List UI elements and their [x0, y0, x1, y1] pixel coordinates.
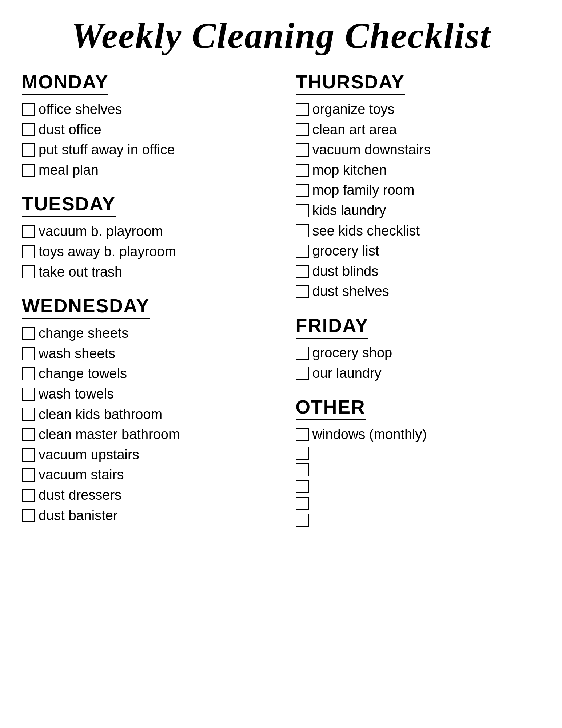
- page-title: Weekly Cleaning Checklist: [22, 15, 540, 56]
- checkbox[interactable]: [22, 245, 35, 258]
- checkbox[interactable]: [22, 143, 35, 157]
- checkbox[interactable]: [296, 184, 309, 197]
- item-label: change towels: [39, 365, 127, 382]
- checkbox[interactable]: [296, 224, 309, 237]
- checkbox[interactable]: [296, 285, 309, 298]
- checkbox[interactable]: [296, 514, 309, 527]
- item-label: dust banister: [39, 507, 118, 524]
- heading-monday: MONDAY: [22, 71, 108, 95]
- heading-thursday: THURSDAY: [296, 71, 405, 95]
- list-item: wash towels: [22, 386, 267, 403]
- list-item: vacuum b. playroom: [22, 223, 267, 240]
- checklist-wednesday: change sheetswash sheetschange towelswas…: [22, 325, 267, 524]
- section-other: OTHERwindows (monthly): [296, 396, 541, 527]
- list-item: dust shelves: [296, 283, 541, 300]
- checkbox[interactable]: [22, 225, 35, 238]
- item-label: windows (monthly): [312, 426, 427, 443]
- list-item: clean master bathroom: [22, 426, 267, 443]
- checklist-friday: grocery shopour laundry: [296, 345, 541, 381]
- item-label: change sheets: [39, 325, 128, 342]
- item-label: dust shelves: [312, 283, 389, 300]
- list-item: meal plan: [22, 162, 267, 179]
- item-label: organize toys: [312, 101, 395, 118]
- item-label: kids laundry: [312, 202, 386, 219]
- checkbox[interactable]: [22, 367, 35, 380]
- checkbox[interactable]: [22, 509, 35, 522]
- checkbox[interactable]: [22, 428, 35, 441]
- list-item: vacuum stairs: [22, 467, 267, 483]
- checkbox[interactable]: [22, 123, 35, 136]
- checkbox[interactable]: [22, 265, 35, 278]
- checkbox[interactable]: [296, 164, 309, 177]
- list-item: clean art area: [296, 122, 541, 138]
- list-item: [296, 480, 541, 493]
- section-tuesday: TUESDAYvacuum b. playroomtoys away b. pl…: [22, 193, 267, 280]
- checkbox[interactable]: [296, 497, 309, 510]
- checkbox[interactable]: [296, 463, 309, 476]
- item-label: clean master bathroom: [39, 426, 180, 443]
- item-label: wash sheets: [39, 345, 115, 362]
- left-column: MONDAYoffice shelvesdust officeput stuff…: [22, 71, 274, 538]
- checklist-thursday: organize toysclean art areavacuum downst…: [296, 101, 541, 300]
- checkbox[interactable]: [22, 347, 35, 360]
- checkbox[interactable]: [296, 447, 309, 460]
- list-item: toys away b. playroom: [22, 244, 267, 260]
- checkbox[interactable]: [296, 428, 309, 441]
- heading-other: OTHER: [296, 396, 366, 420]
- item-label: dust dressers: [39, 487, 121, 504]
- list-item: wash sheets: [22, 345, 267, 362]
- checkbox[interactable]: [22, 408, 35, 421]
- section-monday: MONDAYoffice shelvesdust officeput stuff…: [22, 71, 267, 178]
- list-item: vacuum downstairs: [296, 142, 541, 158]
- checkbox[interactable]: [22, 448, 35, 462]
- list-item: change towels: [22, 365, 267, 382]
- checkbox[interactable]: [296, 143, 309, 157]
- checkbox[interactable]: [296, 103, 309, 116]
- checkbox[interactable]: [22, 103, 35, 116]
- item-label: mop kitchen: [312, 162, 387, 179]
- list-item: our laundry: [296, 365, 541, 382]
- list-item: put stuff away in office: [22, 142, 267, 158]
- item-label: our laundry: [312, 365, 382, 382]
- section-thursday: THURSDAYorganize toysclean art areavacuu…: [296, 71, 541, 300]
- checkbox[interactable]: [22, 388, 35, 401]
- item-label: put stuff away in office: [39, 142, 175, 158]
- checklist-other: windows (monthly): [296, 426, 541, 527]
- item-label: take out trash: [39, 264, 122, 281]
- checkbox[interactable]: [296, 265, 309, 278]
- item-label: see kids checklist: [312, 223, 420, 240]
- item-label: office shelves: [39, 101, 122, 118]
- list-item: see kids checklist: [296, 223, 541, 240]
- item-label: wash towels: [39, 386, 114, 403]
- checkbox[interactable]: [296, 367, 309, 380]
- checkbox[interactable]: [22, 489, 35, 502]
- checkbox[interactable]: [296, 347, 309, 360]
- list-item: organize toys: [296, 101, 541, 118]
- checkbox[interactable]: [296, 480, 309, 493]
- list-item: [296, 514, 541, 527]
- checkbox[interactable]: [22, 468, 35, 482]
- checkbox[interactable]: [296, 204, 309, 217]
- list-item: vacuum upstairs: [22, 447, 267, 463]
- list-item: dust office: [22, 122, 267, 138]
- item-label: clean kids bathroom: [39, 406, 162, 423]
- item-label: vacuum upstairs: [39, 447, 139, 463]
- checkbox[interactable]: [296, 245, 309, 258]
- list-item: kids laundry: [296, 202, 541, 219]
- list-item: grocery list: [296, 243, 541, 260]
- checkbox[interactable]: [22, 327, 35, 340]
- item-label: grocery shop: [312, 345, 392, 361]
- checkbox[interactable]: [22, 164, 35, 177]
- list-item: mop family room: [296, 182, 541, 199]
- item-label: toys away b. playroom: [39, 244, 176, 260]
- item-label: meal plan: [39, 162, 99, 179]
- main-columns: MONDAYoffice shelvesdust officeput stuff…: [22, 71, 540, 541]
- list-item: [296, 463, 541, 476]
- list-item: dust banister: [22, 507, 267, 524]
- heading-wednesday: WEDNESDAY: [22, 295, 150, 319]
- heading-friday: FRIDAY: [296, 314, 369, 339]
- list-item: windows (monthly): [296, 426, 541, 443]
- checkbox[interactable]: [296, 123, 309, 136]
- item-label: vacuum stairs: [39, 467, 124, 483]
- item-label: vacuum b. playroom: [39, 223, 163, 240]
